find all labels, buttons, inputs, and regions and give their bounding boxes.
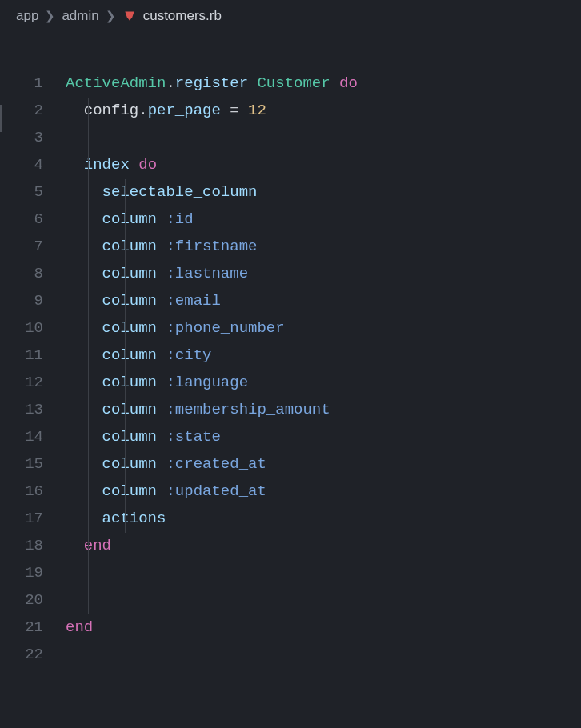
token-method: column <box>102 374 157 391</box>
token-number: 12 <box>248 102 266 119</box>
indent <box>66 210 102 228</box>
code-line[interactable]: 18 end <box>3 533 581 560</box>
line-number: 5 <box>3 179 66 206</box>
token-punct: . <box>166 74 174 92</box>
token-symbol: :language <box>166 374 248 391</box>
code-line[interactable]: 1 ActiveAdmin.register Customer do <box>3 70 581 98</box>
token-space <box>157 265 166 282</box>
code-line[interactable]: 21 end <box>3 614 581 642</box>
token-method: per_page <box>148 102 221 119</box>
indent-guide <box>88 234 89 261</box>
token-method: column <box>102 346 157 364</box>
code-line[interactable]: 12 column :language <box>3 370 581 397</box>
code-line[interactable]: 11 column :city <box>3 342 581 370</box>
indent-guide <box>125 315 126 342</box>
breadcrumb-filename[interactable]: customers.rb <box>143 8 222 24</box>
token-method: column <box>102 455 157 473</box>
line-number: 6 <box>3 206 66 234</box>
indent-guide <box>125 288 126 315</box>
indent-guide <box>88 397 89 424</box>
indent <box>66 428 102 446</box>
line-number: 1 <box>3 70 66 98</box>
line-number: 20 <box>3 587 66 614</box>
indent-guide <box>125 451 126 478</box>
code-line[interactable]: 20 <box>3 587 581 614</box>
token-space <box>248 74 257 92</box>
token-method: actions <box>102 510 166 527</box>
code-line[interactable]: 13 column :membership_amount <box>3 397 581 424</box>
breadcrumb[interactable]: app ❯ admin ❯ customers.rb <box>0 0 581 32</box>
code-editor[interactable]: 1 ActiveAdmin.register Customer do 2 con… <box>0 32 581 669</box>
indent <box>66 238 102 255</box>
token-symbol: :email <box>166 292 220 310</box>
code-line[interactable]: 10 column :phone_number <box>3 315 581 342</box>
indent-guide <box>125 370 126 397</box>
indent-guide <box>88 179 89 206</box>
indent-guide <box>88 533 89 560</box>
token-symbol: :lastname <box>166 265 248 282</box>
token-symbol: :updated_at <box>166 482 266 500</box>
line-number: 15 <box>3 451 66 478</box>
token-method: column <box>102 319 157 337</box>
token-method: column <box>102 238 157 255</box>
indent <box>66 510 102 527</box>
code-line[interactable]: 15 column :created_at <box>3 451 581 478</box>
line-number: 21 <box>3 614 66 642</box>
token-keyword: end <box>66 618 93 636</box>
line-number: 22 <box>3 642 66 669</box>
token-space <box>157 428 166 446</box>
code-line[interactable]: 6 column :id <box>3 206 581 234</box>
indent <box>66 319 102 337</box>
indent-guide <box>88 506 89 533</box>
indent-guide <box>88 206 89 234</box>
token-space <box>157 374 166 391</box>
indent-guide <box>88 98 89 125</box>
code-line[interactable]: 8 column :lastname <box>3 261 581 288</box>
token-space <box>157 292 166 310</box>
chevron-right-icon: ❯ <box>45 9 55 23</box>
token-space <box>157 346 166 364</box>
indent <box>66 156 84 174</box>
indent-guide <box>125 397 126 424</box>
line-number: 3 <box>3 125 66 152</box>
indent-guide <box>88 288 89 315</box>
indent-guide <box>125 478 126 506</box>
breadcrumb-segment-app[interactable]: app <box>16 8 38 24</box>
code-line[interactable]: 7 column :firstname <box>3 234 581 261</box>
line-number: 4 <box>3 152 66 179</box>
breadcrumb-segment-admin[interactable]: admin <box>62 8 98 24</box>
active-line-marker <box>0 105 2 132</box>
indent-guide <box>88 370 89 397</box>
line-number: 17 <box>3 506 66 533</box>
indent-guide <box>88 152 89 179</box>
token-symbol: :created_at <box>166 455 266 473</box>
line-number: 2 <box>3 98 66 125</box>
token-symbol: :id <box>166 210 193 228</box>
ruby-file-icon <box>122 9 137 23</box>
token-space <box>130 156 138 174</box>
code-line[interactable]: 22 <box>3 642 581 669</box>
token-method: column <box>102 210 157 228</box>
code-line[interactable]: 14 column :state <box>3 424 581 451</box>
line-number: 16 <box>3 478 66 506</box>
line-number: 12 <box>3 370 66 397</box>
line-number: 7 <box>3 234 66 261</box>
code-line[interactable]: 16 column :updated_at <box>3 478 581 506</box>
token-space <box>157 210 166 228</box>
code-line[interactable]: 4 index do <box>3 152 581 179</box>
code-line[interactable]: 17 actions <box>3 506 581 533</box>
token-symbol: :phone_number <box>166 319 284 337</box>
line-number: 10 <box>3 315 66 342</box>
line-number: 11 <box>3 342 66 370</box>
code-line[interactable]: 19 <box>3 560 581 587</box>
code-line[interactable]: 3 <box>3 125 581 152</box>
indent <box>66 401 102 418</box>
indent <box>66 455 102 473</box>
code-line[interactable]: 5 selectable_column <box>3 179 581 206</box>
indent <box>66 537 84 554</box>
code-line[interactable]: 9 column :email <box>3 288 581 315</box>
indent-guide <box>125 342 126 370</box>
indent-guide <box>125 234 126 261</box>
indent <box>66 482 102 500</box>
code-line[interactable]: 2 config.per_page = 12 <box>3 98 581 125</box>
